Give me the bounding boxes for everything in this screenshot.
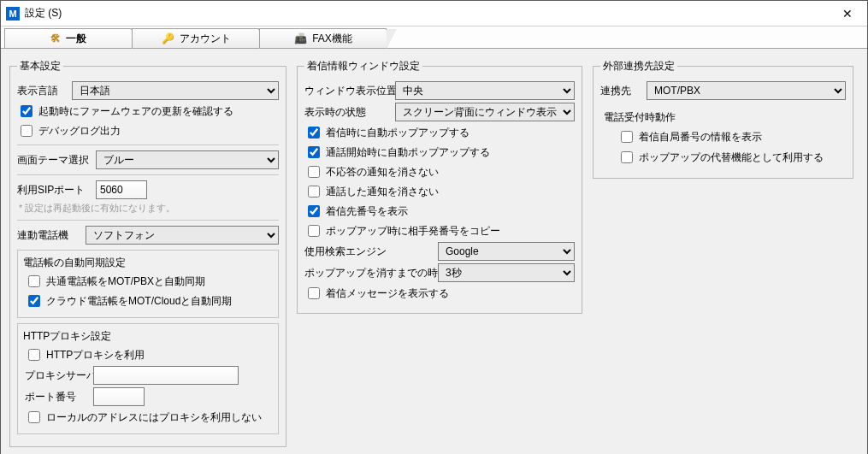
theme-select[interactable]: ブルー	[96, 150, 279, 169]
http-proxy-title: HTTPプロキシ設定	[23, 329, 271, 344]
no-proxy-local-label: ローカルのアドレスにはプロキシを利用しない	[46, 410, 262, 425]
popup-on-talk-label: 通話開始時に自動ポップアップする	[326, 145, 490, 160]
theme-label: 画面テーマ選択	[17, 153, 91, 168]
display-state-label: 表示時の状態	[304, 105, 390, 120]
use-proxy-input[interactable]	[28, 349, 40, 361]
copy-peer-label: ポップアップ時に相手発番号をコピー	[326, 224, 500, 239]
tools-icon: 🛠	[50, 32, 61, 44]
titlebar: M 設定 (S) ✕	[1, 1, 867, 27]
use-proxy-label: HTTPプロキシを利用	[46, 348, 145, 363]
popup-on-talk-input[interactable]	[308, 146, 320, 158]
debug-log-label: デバッグログ出力	[38, 124, 121, 139]
popup-alt-input[interactable]	[621, 151, 633, 163]
client-area: 基本設定 表示言語 日本語 起動時にファームウェアの更新を確認する デバッグログ…	[1, 49, 867, 454]
keep-missed-label: 不応答の通知を消さない	[326, 165, 439, 180]
search-engine-select[interactable]: Google	[438, 242, 575, 261]
debug-log-input[interactable]	[21, 125, 32, 137]
close-button[interactable]: ✕	[828, 1, 867, 27]
keep-talked-checkbox[interactable]: 通話した通知を消さない	[304, 183, 575, 200]
tab-general[interactable]: 🛠 一般	[4, 28, 133, 48]
group-external: 外部連携先設定 連携先 MOT/PBX 電話受付時動作 着信自局番号の情報を表示	[593, 59, 853, 179]
use-proxy-checkbox[interactable]: HTTPプロキシを利用	[25, 346, 271, 363]
copy-peer-input[interactable]	[308, 225, 320, 237]
linked-phone-select[interactable]: ソフトフォン	[86, 226, 279, 245]
sync-common-label: 共通電話帳をMOT/PBXと自動同期	[46, 274, 205, 289]
linked-phone-label: 連動電話機	[17, 228, 80, 243]
popup-timeout-select[interactable]: 3秒	[438, 263, 575, 282]
show-caller-id-label: 着信先番号を表示	[326, 204, 408, 219]
keep-talked-input[interactable]	[308, 186, 320, 198]
popup-alt-label: ポップアップの代替機能として利用する	[639, 150, 824, 165]
app-icon: M	[6, 7, 20, 21]
popup-timeout-label: ポップアップを消すまでの時間	[304, 266, 433, 280]
settings-window: M 設定 (S) ✕ 🛠 一般 🔑 アカウント 📠 FAX機能 基本設定 表示言…	[0, 0, 868, 454]
keep-missed-input[interactable]	[308, 166, 320, 178]
keep-missed-checkbox[interactable]: 不応答の通知を消さない	[304, 163, 575, 180]
fax-icon: 📠	[294, 32, 307, 44]
tab-fax[interactable]: 📠 FAX機能	[259, 28, 387, 48]
window-title: 設定 (S)	[25, 6, 828, 21]
group-external-legend: 外部連携先設定	[600, 59, 677, 74]
group-callinfo: 着信情報ウィンドウ設定 ウィンドウ表示位置 中央 表示時の状態 スクリーン背面に…	[297, 59, 582, 314]
group-callinfo-legend: 着信情報ウィンドウ設定	[304, 59, 422, 74]
window-pos-select[interactable]: 中央	[395, 81, 575, 100]
tab-fax-label: FAX機能	[312, 32, 352, 46]
sync-cloud-checkbox[interactable]: クラウド電話帳をMOT/Cloudと自動同期	[25, 292, 271, 310]
sip-port-input[interactable]	[96, 180, 147, 199]
incoming-behavior-title: 電話受付時動作	[604, 110, 846, 125]
sync-common-checkbox[interactable]: 共通電話帳をMOT/PBXと自動同期	[25, 273, 271, 290]
link-dest-select[interactable]: MOT/PBX	[647, 81, 846, 100]
phonebook-sync-title: 電話帳の自動同期設定	[23, 256, 271, 270]
proxy-server-input[interactable]	[93, 366, 239, 385]
tabstrip: 🛠 一般 🔑 アカウント 📠 FAX機能	[1, 27, 867, 49]
key-icon: 🔑	[162, 32, 174, 44]
sip-port-label: 利用SIPポート	[17, 183, 91, 198]
sync-cloud-label: クラウド電話帳をMOT/Cloudと自動同期	[46, 294, 232, 309]
no-proxy-local-checkbox[interactable]: ローカルのアドレスにはプロキシを利用しない	[25, 409, 271, 426]
no-proxy-local-input[interactable]	[28, 411, 40, 423]
incoming-behavior-group: 電話受付時動作 着信自局番号の情報を表示 ポップアップの代替機能として利用する	[600, 103, 846, 166]
proxy-server-label: プロキシサーバ	[25, 369, 88, 383]
tab-general-label: 一般	[66, 32, 86, 46]
show-incoming-msg-label: 着信メッセージを表示する	[326, 286, 449, 301]
check-firmware-label: 起動時にファームウェアの更新を確認する	[38, 104, 233, 119]
display-language-label: 表示言語	[17, 84, 67, 98]
link-dest-label: 連携先	[600, 84, 641, 98]
show-own-ext-label: 着信自局番号の情報を表示	[639, 130, 762, 144]
keep-talked-label: 通話した通知を消さない	[326, 185, 439, 199]
show-incoming-msg-checkbox[interactable]: 着信メッセージを表示する	[304, 285, 575, 302]
display-language-select[interactable]: 日本語	[72, 81, 279, 100]
popup-on-incoming-label: 着信時に自動ポップアップする	[326, 126, 469, 140]
display-state-select[interactable]: スクリーン背面にウィンドウ表示	[395, 103, 575, 121]
copy-peer-checkbox[interactable]: ポップアップ時に相手発番号をコピー	[304, 222, 575, 239]
check-firmware-input[interactable]	[21, 105, 32, 117]
sync-common-input[interactable]	[28, 275, 40, 287]
group-basic-legend: 基本設定	[17, 59, 63, 74]
check-firmware-checkbox[interactable]: 起動時にファームウェアの更新を確認する	[17, 103, 279, 120]
show-caller-id-checkbox[interactable]: 着信先番号を表示	[304, 203, 575, 220]
separator	[17, 220, 279, 221]
phonebook-sync-group: 電話帳の自動同期設定 共通電話帳をMOT/PBXと自動同期 クラウド電話帳をMO…	[17, 250, 279, 318]
show-own-ext-checkbox[interactable]: 着信自局番号の情報を表示	[617, 128, 846, 145]
popup-on-incoming-input[interactable]	[308, 127, 320, 139]
proxy-port-input[interactable]	[93, 387, 145, 406]
column-external: 外部連携先設定 連携先 MOT/PBX 電話受付時動作 着信自局番号の情報を表示	[588, 56, 859, 454]
window-pos-label: ウィンドウ表示位置	[304, 84, 390, 98]
show-own-ext-input[interactable]	[621, 131, 633, 143]
column-basic: 基本設定 表示言語 日本語 起動時にファームウェアの更新を確認する デバッグログ…	[9, 56, 292, 454]
tab-account-label: アカウント	[180, 32, 231, 46]
tab-account[interactable]: 🔑 アカウント	[132, 28, 260, 48]
sip-port-hint: * 設定は再起動後に有効になります。	[19, 202, 279, 215]
show-incoming-msg-input[interactable]	[308, 287, 320, 299]
popup-on-incoming-checkbox[interactable]: 着信時に自動ポップアップする	[304, 124, 575, 141]
proxy-port-label: ポート番号	[25, 390, 88, 404]
debug-log-checkbox[interactable]: デバッグログ出力	[17, 122, 279, 139]
separator	[17, 144, 279, 145]
show-caller-id-input[interactable]	[308, 205, 320, 217]
group-basic: 基本設定 表示言語 日本語 起動時にファームウェアの更新を確認する デバッグログ…	[9, 59, 286, 447]
search-engine-label: 使用検索エンジン	[304, 245, 433, 259]
popup-on-talk-checkbox[interactable]: 通話開始時に自動ポップアップする	[304, 144, 575, 161]
sync-cloud-input[interactable]	[28, 295, 40, 307]
column-callinfo: 着信情報ウィンドウ設定 ウィンドウ表示位置 中央 表示時の状態 スクリーン背面に…	[292, 56, 588, 454]
popup-alt-checkbox[interactable]: ポップアップの代替機能として利用する	[617, 149, 846, 166]
